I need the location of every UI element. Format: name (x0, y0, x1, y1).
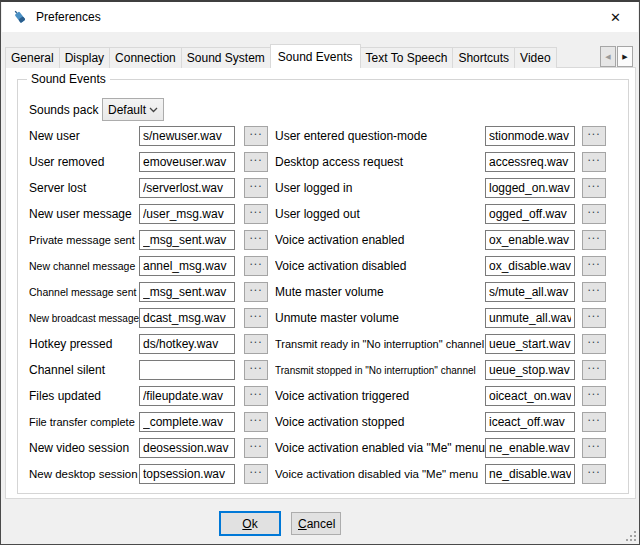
sound-file-input[interactable] (485, 126, 575, 146)
sound-file-input[interactable] (485, 256, 575, 276)
browse-button[interactable]: ... (582, 308, 606, 328)
sound-event-row: Voice activation enabled via "Me" menu .… (275, 438, 606, 458)
sound-file-input[interactable] (139, 308, 235, 328)
sound-event-row: Transmit ready in "No interruption" chan… (275, 334, 606, 354)
sound-file-input[interactable] (139, 334, 235, 354)
sound-event-label: User removed (29, 155, 139, 169)
sound-event-label: Server lost (29, 181, 139, 195)
browse-button[interactable]: ... (582, 360, 606, 380)
browse-button[interactable]: ... (582, 412, 606, 432)
sound-file-input[interactable] (139, 282, 235, 302)
browse-button[interactable]: ... (582, 282, 606, 302)
browse-button[interactable]: ... (582, 152, 606, 172)
browse-button[interactable]: ... (244, 152, 268, 172)
browse-button[interactable]: ... (244, 412, 268, 432)
sound-file-input[interactable] (485, 360, 575, 380)
browse-button[interactable]: ... (582, 230, 606, 250)
tab-sound-system[interactable]: Sound System (181, 47, 271, 68)
sound-event-row: New user message ... (29, 204, 268, 224)
sound-event-label: User logged in (275, 181, 485, 195)
tab-scroll-right-button[interactable]: ▶ (617, 46, 633, 67)
tab-label: Text To Speech (366, 51, 448, 65)
browse-button[interactable]: ... (582, 386, 606, 406)
browse-button[interactable]: ... (582, 204, 606, 224)
browse-button[interactable]: ... (244, 360, 268, 380)
tab-label: General (11, 51, 54, 65)
chevron-left-icon: ◀ (605, 53, 610, 61)
browse-button[interactable]: ... (244, 282, 268, 302)
browse-button[interactable]: ... (582, 126, 606, 146)
sound-event-label: Voice activation triggered (275, 389, 485, 403)
sounds-pack-select[interactable]: Default (102, 98, 164, 121)
browse-button[interactable]: ... (244, 204, 268, 224)
browse-button[interactable]: ... (582, 438, 606, 458)
sounds-pack-label: Sounds pack (29, 103, 98, 117)
sound-file-input[interactable] (485, 438, 575, 458)
sound-file-input[interactable] (139, 178, 235, 198)
sound-event-row: Desktop access request ... (275, 152, 606, 172)
tab-label: Connection (115, 51, 176, 65)
tab-sound-events[interactable]: Sound Events (270, 44, 361, 68)
tab-general[interactable]: General (5, 47, 60, 68)
browse-button[interactable]: ... (244, 464, 268, 484)
sound-file-input[interactable] (139, 256, 235, 276)
browse-button[interactable]: ... (244, 256, 268, 276)
sound-file-input[interactable] (139, 152, 235, 172)
sound-event-label: Voice activation disabled (275, 259, 485, 273)
sound-file-input[interactable] (485, 412, 575, 432)
app-icon (12, 9, 28, 25)
ok-button[interactable]: Ok (219, 511, 281, 536)
sound-file-input[interactable] (485, 282, 575, 302)
tab-text-to-speech[interactable]: Text To Speech (360, 47, 454, 68)
sound-event-row: Hotkey pressed ... (29, 334, 268, 354)
sound-file-input[interactable] (485, 334, 575, 354)
browse-button[interactable]: ... (244, 178, 268, 198)
sound-event-label: Voice activation disabled via "Me" menu (275, 468, 485, 480)
browse-button[interactable]: ... (244, 126, 268, 146)
browse-button[interactable]: ... (582, 178, 606, 198)
browse-button[interactable]: ... (582, 256, 606, 276)
browse-button[interactable]: ... (244, 334, 268, 354)
sound-event-label: Private message sent (29, 234, 139, 246)
tab-display[interactable]: Display (59, 47, 110, 68)
sound-file-input[interactable] (139, 438, 235, 458)
tab-scroll-left-button[interactable]: ◀ (600, 46, 616, 67)
sound-file-input[interactable] (485, 178, 575, 198)
sound-event-row: New broadcast message ... (29, 308, 268, 328)
browse-button[interactable]: ... (582, 464, 606, 484)
sound-file-input[interactable] (139, 360, 235, 380)
sound-file-input[interactable] (485, 386, 575, 406)
sound-file-input[interactable] (485, 204, 575, 224)
sound-file-input[interactable] (139, 412, 235, 432)
sound-event-label: Files updated (29, 389, 139, 403)
sound-event-row: Transmit stopped in "No interruption" ch… (275, 360, 606, 380)
browse-button[interactable]: ... (244, 438, 268, 458)
sound-file-input[interactable] (485, 464, 575, 484)
close-button[interactable]: ✕ (593, 2, 638, 32)
sound-file-input[interactable] (139, 386, 235, 406)
browse-button[interactable]: ... (244, 308, 268, 328)
sound-event-label: User entered question-mode (275, 129, 485, 143)
cancel-button[interactable]: Cancel (291, 512, 341, 535)
sound-events-groupbox: Sound Events Sounds pack Default New use… (17, 79, 629, 494)
sound-event-label: User logged out (275, 207, 485, 221)
sound-file-input[interactable] (139, 204, 235, 224)
sound-events-left-column: New user ... User removed ... Server los… (29, 126, 268, 490)
sound-event-label: Unmute master volume (275, 311, 485, 325)
browse-button[interactable]: ... (582, 334, 606, 354)
sound-file-input[interactable] (139, 464, 235, 484)
tab-connection[interactable]: Connection (109, 47, 182, 68)
groupbox-legend: Sound Events (27, 72, 110, 86)
sound-file-input[interactable] (485, 152, 575, 172)
sound-event-row: User entered question-mode ... (275, 126, 606, 146)
resize-grip-icon[interactable] (624, 529, 636, 541)
browse-button[interactable]: ... (244, 386, 268, 406)
sound-file-input[interactable] (485, 308, 575, 328)
tab-video[interactable]: Video (514, 47, 556, 68)
tab-shortcuts[interactable]: Shortcuts (452, 47, 515, 68)
sound-file-input[interactable] (485, 230, 575, 250)
browse-button[interactable]: ... (244, 230, 268, 250)
sound-file-input[interactable] (139, 230, 235, 250)
tab-label: Sound System (187, 51, 265, 65)
sound-file-input[interactable] (139, 126, 235, 146)
